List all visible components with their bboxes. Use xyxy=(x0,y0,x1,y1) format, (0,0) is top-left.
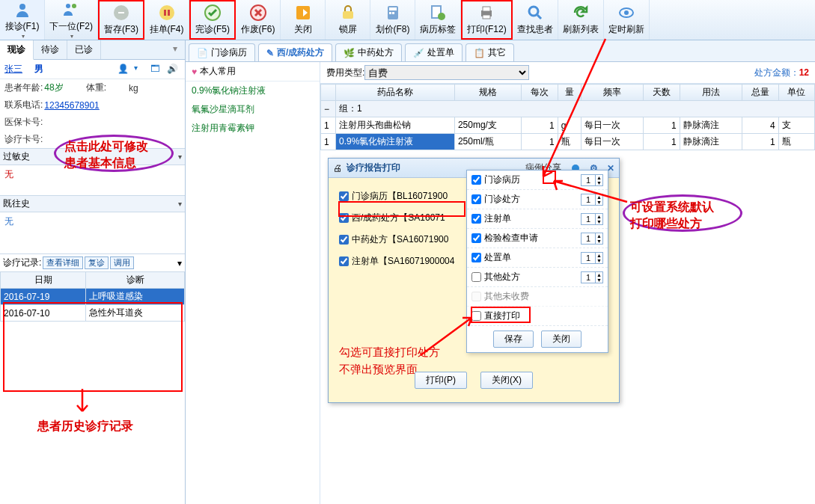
person-icon[interactable]: 👤 xyxy=(117,64,131,76)
svg-point-15 xyxy=(438,13,445,20)
pref-lbl: 注射单 xyxy=(484,212,578,225)
right-panel: 📄门诊病历 ✎西/成药处方 🌿中药处方 💉处置单 📋其它 ♥本人常用 0.9%氯… xyxy=(186,40,815,504)
tab-west[interactable]: ✎西/成药处方 xyxy=(258,43,332,61)
age-value: 48岁 xyxy=(44,82,63,94)
chk-west-lbl: 西/成药处方【SA16071 xyxy=(352,212,445,224)
fav-item[interactable]: 氧氟沙星滴耳剂 xyxy=(186,100,320,119)
main-content: 费用类型: 自费 处方金额：12 药品名称 规格 每次 量 频率 天数 用法 总… xyxy=(320,62,815,504)
visit-caret[interactable]: ▾ xyxy=(177,258,182,268)
tab-menu[interactable]: ▾ xyxy=(165,40,185,59)
pref-chk-5[interactable] xyxy=(471,253,481,262)
pref-close[interactable]: 关闭 xyxy=(541,331,582,348)
tb-finish[interactable]: 完诊(F5) xyxy=(189,0,236,40)
tab-record[interactable]: 📄门诊病历 xyxy=(189,43,255,61)
phone-value[interactable]: 12345678901 xyxy=(44,100,99,111)
pref-save[interactable]: 保存 xyxy=(493,331,534,348)
visit-table[interactable]: 日期诊断 2016-07-19上呼吸道感染 2016-07-10急性外耳道炎 xyxy=(0,271,185,322)
patient-gender: 男 xyxy=(34,63,43,76)
tab-waiting[interactable]: 待诊 xyxy=(34,40,67,59)
pref-spin[interactable]: 1▲▼ xyxy=(581,174,603,186)
card-icon[interactable]: 🗔 xyxy=(150,64,164,76)
tb-print[interactable]: 打印(F12) xyxy=(461,0,513,40)
tb-auto-refresh[interactable]: 定时刷新 xyxy=(604,0,650,40)
left-tabs: 现诊 待诊 已诊 ▾ xyxy=(0,40,185,60)
col-spec: 规格 xyxy=(454,84,522,101)
sound-icon[interactable]: 🔊 xyxy=(167,64,180,76)
tab-treat[interactable]: 💉处置单 xyxy=(405,43,463,61)
pref-chk-3[interactable] xyxy=(471,214,481,224)
svg-point-5 xyxy=(159,5,174,20)
tb-tag[interactable]: 病历标签 xyxy=(415,0,461,40)
tb-next[interactable]: 下一位(F2)▾ xyxy=(45,0,98,40)
pref-chk-4[interactable] xyxy=(471,233,481,243)
chk-inject[interactable] xyxy=(339,256,349,266)
pref-spin[interactable]: 1▲▼ xyxy=(581,233,603,245)
chk-west[interactable] xyxy=(339,213,349,223)
phone-label: 联系电话: xyxy=(4,99,43,111)
heart-icon: ♥ xyxy=(192,67,197,77)
visit-bar: 诊疗记录: 查看详细 复诊 调用 ▾ xyxy=(0,253,185,271)
btn-close[interactable]: 关闭(X) xyxy=(480,372,533,389)
tb-lock[interactable]: 锁屏 xyxy=(326,0,370,40)
tab-other[interactable]: 📋其它 xyxy=(466,43,514,61)
weight-label: 体重: xyxy=(86,82,106,94)
history-caret[interactable]: ▾ xyxy=(178,200,182,208)
pref-chk-direct[interactable] xyxy=(471,311,481,321)
fee-select[interactable]: 自费 xyxy=(364,65,529,80)
drug-grid[interactable]: 药品名称 规格 每次 量 频率 天数 用法 总量 单位 −组：1 1注射用头孢曲… xyxy=(320,84,815,150)
fav-panel: ♥本人常用 0.9%氯化钠注射液 氧氟沙星滴耳剂 注射用青霉素钾 xyxy=(186,62,320,504)
fav-item[interactable]: 注射用青霉素钾 xyxy=(186,119,320,138)
visit-row[interactable]: 2016-07-19上呼吸道感染 xyxy=(1,289,185,305)
pref-chk-6[interactable] xyxy=(471,272,481,282)
pref-spin[interactable]: 1▲▼ xyxy=(581,271,603,283)
amt-label: 处方金额： xyxy=(754,67,799,78)
tb-stash[interactable]: 暂存(F3) xyxy=(98,0,144,40)
col-idx xyxy=(321,84,336,101)
pref-lbl: 其他处方 xyxy=(484,271,578,283)
pref-spin[interactable]: 1▲▼ xyxy=(581,252,603,264)
btn-load[interactable]: 调用 xyxy=(110,256,134,269)
tab-done[interactable]: 已诊 xyxy=(67,40,101,59)
drug-row[interactable]: 1注射用头孢曲松钠250mg/支1g每日一次1静脉滴注4支 xyxy=(321,117,815,134)
btn-revisit[interactable]: 复诊 xyxy=(85,256,109,269)
svg-point-19 xyxy=(529,7,538,16)
dlg-title: 诊疗报告打印 xyxy=(347,162,400,174)
btn-print[interactable]: 打印(P) xyxy=(415,372,467,389)
pref-direct-lbl: 直接打印 xyxy=(484,310,603,322)
tb-refresh[interactable]: 刷新列表 xyxy=(558,0,604,40)
tb-accept[interactable]: 接诊(F1)▾ xyxy=(0,0,45,40)
pref-chk-1[interactable] xyxy=(471,175,481,185)
pref-lbl: 检验检查申请 xyxy=(484,232,578,245)
weight-unit: kg xyxy=(129,83,138,93)
patient-name[interactable]: 张三 xyxy=(4,63,22,76)
tb-hold[interactable]: 挂单(F4) xyxy=(144,0,189,40)
tb-void[interactable]: 作废(F6) xyxy=(236,0,281,40)
visit-row[interactable]: 2016-07-10急性外耳道炎 xyxy=(1,305,185,322)
pref-lbl: 门诊处方 xyxy=(484,193,578,206)
chk-chinese[interactable] xyxy=(339,235,349,245)
tb-close[interactable]: 关闭 xyxy=(281,0,326,40)
group-label: 组：1 xyxy=(336,101,815,117)
main-toolbar: 接诊(F1)▾ 下一位(F2)▾ 暂存(F3) 挂单(F4) 完诊(F5) 作废… xyxy=(0,0,815,40)
svg-rect-4 xyxy=(118,12,124,13)
chk-record[interactable] xyxy=(339,191,349,201)
tb-price[interactable]: 划价(F8) xyxy=(370,0,415,40)
svg-point-0 xyxy=(19,4,25,10)
drug-row[interactable]: 10.9%氯化钠注射液250ml/瓶1瓶每日一次1静脉滴注1瓶 xyxy=(321,134,815,150)
tab-current[interactable]: 现诊 xyxy=(0,40,34,60)
svg-point-21 xyxy=(624,10,629,15)
tb-search[interactable]: 查找患者 xyxy=(513,0,558,40)
pref-spin[interactable]: 1▲▼ xyxy=(581,213,603,225)
pref-chk-2[interactable] xyxy=(471,194,481,204)
col-days: 天数 xyxy=(644,84,680,101)
btn-detail[interactable]: 查看详细 xyxy=(43,256,83,269)
card-label: 医保卡号: xyxy=(4,116,43,129)
pref-spin[interactable]: 1▲▼ xyxy=(581,194,603,206)
printer-icon: 🖨 xyxy=(333,163,342,173)
fav-item[interactable]: 0.9%氯化钠注射液 xyxy=(186,82,320,100)
visit-label: 诊疗卡号: xyxy=(4,133,43,146)
allergy-caret[interactable]: ▾ xyxy=(178,153,182,161)
grp-toggle[interactable]: − xyxy=(321,101,336,117)
tab-chinese[interactable]: 🌿中药处方 xyxy=(335,43,402,61)
dropdown-icon[interactable]: ▾ xyxy=(134,64,147,76)
